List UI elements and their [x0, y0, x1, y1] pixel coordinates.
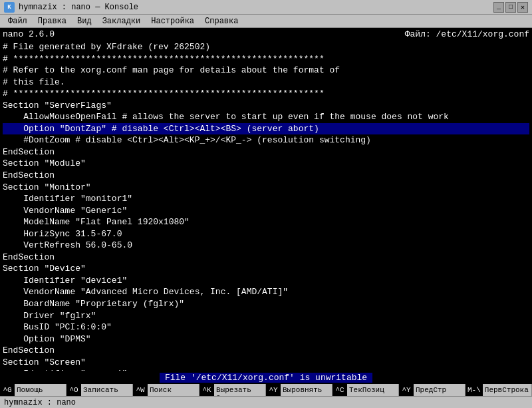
shortcut-item[interactable]: ^CТекПозиц	[332, 384, 399, 396]
titlebar-buttons[interactable]: _ □ ✕	[493, 2, 528, 13]
shortcut-label: ПредСтр	[414, 386, 448, 394]
editor-line: EndSection	[3, 345, 529, 357]
editor-container: nano 2.6.0 Файл: /etc/X11/xorg.conf # Fi…	[0, 28, 532, 408]
shortcut-label: ПервСтрока	[483, 386, 531, 394]
shortcut-item[interactable]: ^WПоиск	[133, 384, 200, 396]
titlebar-text: hymnazix : nano — Konsole	[19, 3, 493, 12]
editor-line: BusID "PCI:6:0:0"	[3, 321, 529, 333]
editor-line: BoardName "Proprietary (fglrx)"	[3, 298, 529, 310]
shortcut-label: Вырезать	[214, 386, 253, 394]
nano-filepath: Файл: /etc/X11/xorg.conf	[405, 29, 529, 39]
shortcut-item[interactable]: ^GПомощь	[0, 384, 66, 396]
menu-items: ФайлПравкаВидЗакладкиНастройкаСправка	[3, 17, 243, 26]
editor-line: # Refer to the xorg.conf man page for de…	[3, 65, 529, 77]
shortcut-key: ^Y	[266, 384, 281, 396]
editor-line: # **************************************…	[3, 53, 529, 65]
shortcut-key: ^O	[66, 384, 81, 396]
shortcut-item[interactable]: ^OЗаписать	[66, 384, 133, 396]
maximize-button[interactable]: □	[505, 2, 516, 13]
editor-line: ModelName "Flat Panel 1920x1080"	[3, 216, 529, 228]
editor-line: # **************************************…	[3, 88, 529, 100]
editor-line: EndSection	[3, 170, 529, 182]
shortcut-item[interactable]: ^YВыровнять	[266, 384, 332, 396]
editor-line: EndSection	[3, 252, 529, 264]
editor-line: Section "Screen"	[3, 357, 529, 369]
close-button[interactable]: ✕	[517, 2, 528, 13]
editor-line: Identifier "device1"	[3, 275, 529, 287]
titlebar: K hymnazix : nano — Konsole _ □ ✕	[0, 0, 532, 15]
editor-line: #DontZoom # disable <Ctrl><Alt><KP_+>/<K…	[3, 134, 529, 146]
shortcut-label: Поиск	[148, 386, 174, 394]
editor-line: Option "DPMS"	[3, 333, 529, 345]
editor-line: AllowMouseOpenFail # allows the server t…	[3, 111, 529, 123]
menu-item-закладки[interactable]: Закладки	[97, 17, 146, 26]
shortcut-key: ^C	[332, 384, 347, 396]
shortcut-key: ^G	[0, 384, 15, 396]
nano-version: nano 2.6.0	[3, 29, 55, 39]
menu-item-справка[interactable]: Справка	[200, 17, 243, 26]
shortcut-label: ТекПозиц	[347, 386, 386, 394]
shortcut-item[interactable]: M-\ПервСтрока	[466, 384, 532, 396]
editor-line: # this file.	[3, 77, 529, 89]
editor-line: Section "Monitor"	[3, 182, 529, 194]
menu-item-правка[interactable]: Правка	[33, 17, 72, 26]
statusbar-message: File '/etc/X11/xorg.conf' is unwritable	[160, 373, 372, 383]
statusbar: File '/etc/X11/xorg.conf' is unwritable	[0, 371, 532, 384]
menu-item-вид[interactable]: Вид	[72, 17, 97, 26]
editor-line: VendorName "Advanced Micro Devices, Inc.…	[3, 286, 529, 298]
taskbar: hymnazix : nano	[0, 396, 532, 408]
editor-line: EndSection	[3, 146, 529, 158]
nano-topbar: nano 2.6.0 Файл: /etc/X11/xorg.conf	[0, 28, 532, 40]
menu-item-настройка[interactable]: Настройка	[146, 17, 200, 26]
editor-line: Driver "fglrx"	[3, 310, 529, 322]
shortcut-item[interactable]: ^YПредСтр	[399, 384, 466, 396]
shortcut-label: Помощь	[15, 386, 45, 394]
highlighted-line: Option "DontZap" # disable <Ctrl><Alt><B…	[3, 123, 529, 135]
shortcut-bar-1: ^GПомощь^OЗаписать^WПоиск^KВырезать^YВыр…	[0, 384, 532, 396]
editor-line: VendorName "Generic"	[3, 205, 529, 217]
minimize-button[interactable]: _	[493, 2, 504, 13]
editor-line: Section "Module"	[3, 158, 529, 170]
shortcut-key: ^Y	[399, 384, 414, 396]
shortcut-label: Выровнять	[281, 386, 324, 394]
editor-line: Section "ServerFlags"	[3, 100, 529, 112]
shortcut-key: ^K	[200, 384, 214, 396]
shortcut-label: Записать	[81, 386, 120, 394]
editor-line: HorizSync 31.5-67.0	[3, 228, 529, 240]
taskbar-text: hymnazix : nano	[4, 398, 76, 407]
editor-content[interactable]: # File generated by XFdrake (rev 262502)…	[0, 40, 532, 371]
app-icon: K	[4, 2, 15, 13]
editor-line: VertRefresh 56.0-65.0	[3, 240, 529, 252]
menu-item-файл[interactable]: Файл	[3, 17, 33, 26]
editor-line: Section "Device"	[3, 263, 529, 275]
menubar: ФайлПравкаВидЗакладкиНастройкаСправка	[0, 15, 532, 28]
editor-line: Identifier "monitor1"	[3, 193, 529, 205]
shortcut-key: ^W	[133, 384, 148, 396]
editor-line: # File generated by XFdrake (rev 262502)	[3, 41, 529, 53]
shortcut-key: M-\	[466, 384, 483, 396]
